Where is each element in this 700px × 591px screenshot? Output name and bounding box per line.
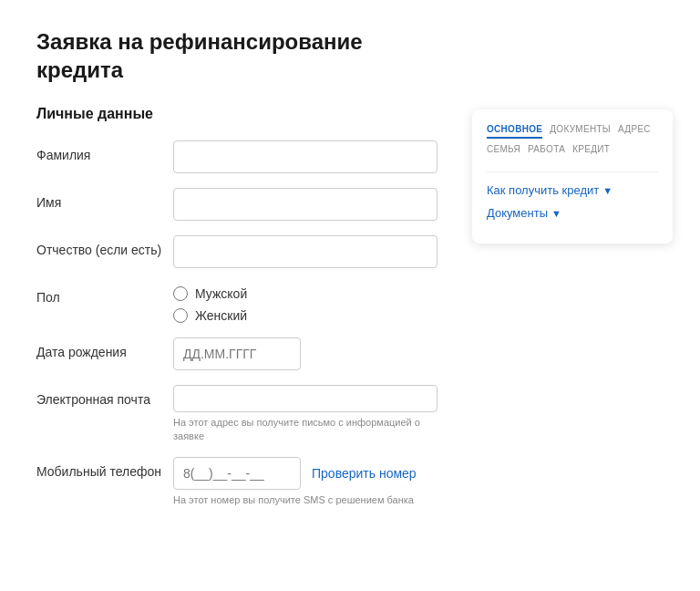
how-to-get-label: Как получить кредит: [487, 183, 599, 197]
phone-input[interactable]: [173, 457, 301, 490]
dob-label: Дата рождения: [36, 337, 173, 359]
last-name-label: Фамилия: [36, 140, 173, 162]
sidebar-divider: [487, 171, 658, 172]
phone-row: Мобильный телефон Проверить номер На это…: [36, 457, 438, 506]
email-wrapper: На этот адрес вы получите письмо с инфор…: [173, 385, 438, 442]
phone-input-row: Проверить номер: [173, 457, 438, 490]
email-hint: На этот адрес вы получите письмо с инфор…: [173, 416, 438, 442]
gender-male-radio[interactable]: [173, 286, 188, 301]
phone-hint: На этот номер вы получите SMS с решением…: [173, 493, 438, 506]
email-label: Электронная почта: [36, 385, 173, 407]
middle-name-label: Отчество (если есть): [36, 235, 173, 257]
gender-male-option[interactable]: Мужской: [173, 286, 247, 301]
tab-osnov[interactable]: ОСНОВНОЕ: [487, 124, 542, 139]
gender-radio-group: Мужской Женский: [173, 283, 247, 323]
phone-label: Мобильный телефон: [36, 457, 173, 479]
dob-row: Дата рождения: [36, 337, 438, 370]
how-to-get-link[interactable]: Как получить кредит ▼: [487, 183, 658, 197]
chevron-down-icon-2: ▼: [551, 208, 561, 219]
tab-adres[interactable]: АДРЕС: [618, 124, 651, 139]
middle-name-row: Отчество (если есть): [36, 235, 438, 268]
email-row: Электронная почта На этот адрес вы получ…: [36, 385, 438, 442]
tab-docs[interactable]: ДОКУМЕНТЫ: [550, 124, 611, 139]
first-name-row: Имя: [36, 188, 438, 221]
middle-name-input[interactable]: [173, 235, 438, 268]
tab-credit[interactable]: КРЕДИТ: [572, 144, 610, 157]
first-name-label: Имя: [36, 188, 173, 210]
gender-female-option[interactable]: Женский: [173, 308, 247, 323]
tab-family[interactable]: СЕМЬЯ: [487, 144, 520, 157]
gender-female-radio[interactable]: [173, 308, 188, 323]
last-name-row: Фамилия: [36, 140, 438, 173]
documents-label: Документы: [487, 206, 548, 220]
gender-male-label: Мужской: [195, 286, 247, 301]
sidebar-tabs-row1: ОСНОВНОЕ ДОКУМЕНТЫ АДРЕС: [487, 124, 658, 139]
chevron-down-icon: ▼: [602, 185, 612, 196]
page-title: Заявка на рефинансирование кредита: [36, 27, 664, 84]
sidebar-tabs-row2: СЕМЬЯ РАБОТА КРЕДИТ: [487, 144, 658, 157]
dob-input[interactable]: [173, 337, 301, 370]
page-container: Заявка на рефинансирование кредита Личны…: [0, 0, 700, 591]
gender-female-label: Женский: [195, 308, 247, 323]
last-name-input[interactable]: [173, 140, 438, 173]
personal-data-form: Фамилия Имя Отчество (если есть) Пол Муж…: [36, 140, 438, 506]
sidebar-card: ОСНОВНОЕ ДОКУМЕНТЫ АДРЕС СЕМЬЯ РАБОТА КР…: [472, 109, 673, 244]
first-name-input[interactable]: [173, 188, 438, 221]
documents-link[interactable]: Документы ▼: [487, 206, 658, 220]
gender-label: Пол: [36, 283, 173, 305]
tab-work[interactable]: РАБОТА: [528, 144, 565, 157]
verify-phone-button[interactable]: Проверить номер: [312, 466, 417, 481]
phone-wrapper: Проверить номер На этот номер вы получит…: [173, 457, 438, 506]
email-input[interactable]: [173, 385, 438, 412]
gender-row: Пол Мужской Женский: [36, 283, 438, 323]
